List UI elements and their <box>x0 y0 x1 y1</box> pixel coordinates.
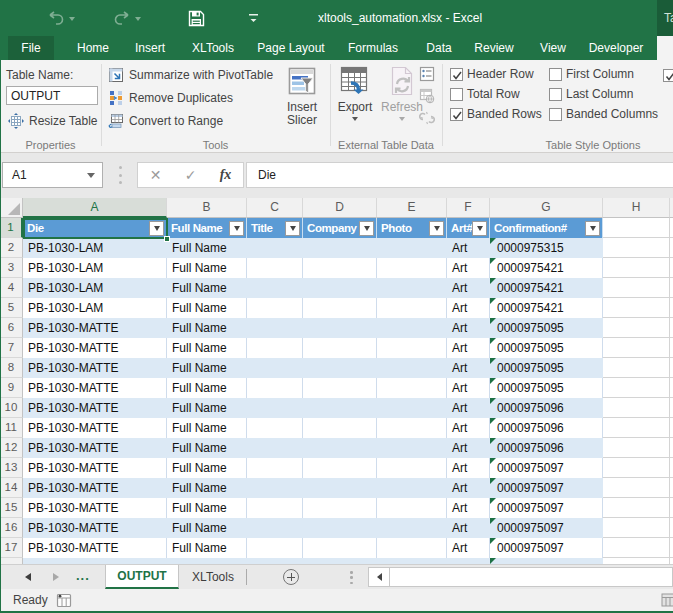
resize-table-button[interactable]: Resize Table <box>8 112 97 129</box>
redo-button[interactable] <box>112 0 141 36</box>
ribbon-tab-xltools[interactable]: XLTools <box>182 36 244 60</box>
cell[interactable]: Full Name <box>167 478 247 498</box>
cell[interactable] <box>377 398 447 418</box>
cell[interactable] <box>377 358 447 378</box>
cell[interactable]: Full Name <box>167 238 247 258</box>
row-header-14[interactable]: 14 <box>0 478 23 498</box>
cell[interactable] <box>303 518 377 538</box>
cell[interactable] <box>303 238 377 258</box>
cell[interactable]: PB-1030-MATTE <box>23 338 167 358</box>
name-box-dropdown-icon[interactable] <box>87 173 95 178</box>
cell[interactable]: 0000975421 <box>490 298 603 318</box>
cell[interactable]: Art <box>447 538 490 558</box>
column-header-F[interactable]: F <box>447 198 490 218</box>
ribbon-tab-data[interactable]: Data <box>418 36 460 60</box>
cell[interactable]: Art <box>447 298 490 318</box>
filter-button-checkbox-partial[interactable] <box>663 69 673 82</box>
cell[interactable]: 0000975095 <box>490 378 603 398</box>
cell[interactable]: Full Name <box>167 518 247 538</box>
cell[interactable]: Art <box>447 278 490 298</box>
cell[interactable] <box>303 298 377 318</box>
table-header-cell[interactable]: Photo <box>377 218 447 238</box>
cell[interactable]: 0000975095 <box>490 358 603 378</box>
cell[interactable]: Full Name <box>167 358 247 378</box>
cell[interactable]: Art <box>447 418 490 438</box>
cell[interactable] <box>247 378 303 398</box>
filter-dropdown-button[interactable] <box>585 221 600 236</box>
cell[interactable] <box>303 418 377 438</box>
cell[interactable]: Full Name <box>167 338 247 358</box>
insert-slicer-button[interactable]: Insert Slicer <box>282 65 322 127</box>
cell[interactable] <box>603 238 670 258</box>
cell[interactable] <box>377 318 447 338</box>
table-name-input[interactable] <box>6 86 98 105</box>
cell[interactable]: Art <box>447 478 490 498</box>
cell[interactable]: Art <box>447 398 490 418</box>
cell[interactable] <box>603 318 670 338</box>
undo-button[interactable] <box>46 0 75 36</box>
cell[interactable]: Art <box>447 358 490 378</box>
cell[interactable]: Art <box>447 438 490 458</box>
cell[interactable]: PB-1030-MATTE <box>23 378 167 398</box>
cell[interactable]: Full Name <box>167 418 247 438</box>
cell[interactable]: PB-1030-LAM <box>23 278 167 298</box>
cell[interactable] <box>247 338 303 358</box>
cell[interactable] <box>303 498 377 518</box>
cell[interactable] <box>377 258 447 278</box>
cell[interactable]: Full Name <box>167 278 247 298</box>
cell[interactable] <box>603 458 670 478</box>
tab-design-partial[interactable] <box>657 36 673 60</box>
cell[interactable] <box>303 458 377 478</box>
row-header-11[interactable]: 11 <box>0 418 23 438</box>
export-dropdown-caret[interactable] <box>352 117 358 121</box>
cell[interactable]: 0000975097 <box>490 458 603 478</box>
cell[interactable] <box>377 538 447 558</box>
unlink-button[interactable] <box>419 110 435 129</box>
cell[interactable]: 0000975315 <box>490 238 603 258</box>
checkbox-total-row[interactable] <box>450 88 463 101</box>
name-box[interactable]: A1 <box>2 162 103 188</box>
row-header-12[interactable]: 12 <box>0 438 23 458</box>
cell[interactable]: PB-1030-LAM <box>23 258 167 278</box>
ribbon-tab-home[interactable]: Home <box>68 36 118 60</box>
row-header-3[interactable]: 3 <box>0 258 23 278</box>
cell[interactable]: PB-1030-MATTE <box>23 458 167 478</box>
save-button[interactable] <box>188 0 205 36</box>
cell[interactable] <box>603 398 670 418</box>
row-header-5[interactable]: 5 <box>0 298 23 318</box>
cell[interactable] <box>303 478 377 498</box>
cancel-icon[interactable]: ✕ <box>138 167 173 183</box>
checkbox-banded-columns[interactable] <box>549 108 562 121</box>
cell[interactable] <box>603 258 670 278</box>
row-header-9[interactable]: 9 <box>0 378 23 398</box>
cell[interactable] <box>377 298 447 318</box>
filter-dropdown-button[interactable] <box>359 221 374 236</box>
table-header-cell[interactable]: Company <box>303 218 377 238</box>
cell[interactable] <box>247 458 303 478</box>
cell[interactable]: PB-1030-MATTE <box>23 398 167 418</box>
row-header-17[interactable]: 17 <box>0 538 23 558</box>
cell[interactable]: 0000975097 <box>490 498 603 518</box>
cell[interactable]: Art <box>447 498 490 518</box>
filter-dropdown-button[interactable] <box>472 221 487 236</box>
cell[interactable]: Full Name <box>167 498 247 518</box>
row-header-6[interactable]: 6 <box>0 318 23 338</box>
cell[interactable] <box>377 438 447 458</box>
cell[interactable]: 0000975096 <box>490 438 603 458</box>
column-header-D[interactable]: D <box>303 198 377 218</box>
cell[interactable] <box>247 318 303 338</box>
ribbon-tab-file[interactable]: File <box>8 36 54 60</box>
cell[interactable] <box>603 218 670 238</box>
cell[interactable]: 0000975097 <box>490 518 603 538</box>
cell[interactable] <box>247 538 303 558</box>
cell[interactable] <box>603 418 670 438</box>
cell[interactable]: PB-1030-LAM <box>23 238 167 258</box>
cell[interactable]: 0000975095 <box>490 338 603 358</box>
column-header-A[interactable]: A <box>23 198 167 218</box>
cell[interactable] <box>303 318 377 338</box>
redo-dropdown-caret[interactable] <box>135 17 141 21</box>
cell[interactable] <box>247 298 303 318</box>
cell[interactable]: Full Name <box>167 458 247 478</box>
convert-to-range-button[interactable]: Convert to Range <box>108 112 223 129</box>
column-header-E[interactable]: E <box>377 198 447 218</box>
